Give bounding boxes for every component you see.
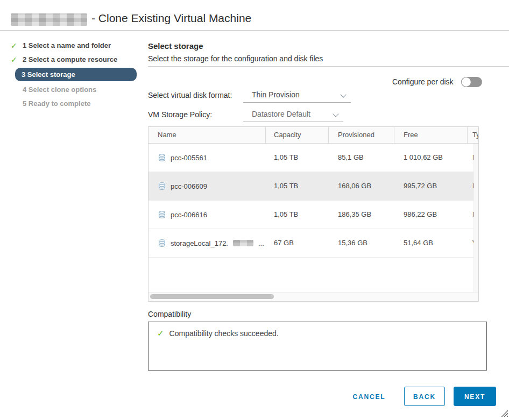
dialog-title: - Clone Existing Virtual Machine [91, 12, 251, 25]
storage-policy-value: Datastore Default [252, 110, 310, 118]
back-button[interactable]: BACK [404, 387, 445, 406]
horizontal-scrollbar-thumb[interactable] [150, 294, 274, 299]
column-header-name[interactable]: Name [149, 127, 266, 143]
table-cell: 1,05 TB [266, 144, 329, 172]
page-subtitle: Select the storage for the configuration… [148, 54, 323, 63]
table-cell: 67 GB [266, 229, 329, 257]
disk-format-label: Select virtual disk format: [148, 91, 232, 99]
table-cell: 1,05 TB [266, 201, 329, 229]
cancel-button[interactable]: CANCEL [349, 387, 390, 406]
table-cell: 1 010,62 GB [394, 144, 468, 172]
datastore-name-cell: storageLocal_172. ... [149, 229, 266, 257]
step-ready-to-complete[interactable]: 5 Ready to complete [0, 97, 143, 111]
datastore-name-cell: pcc-005561 [149, 144, 266, 172]
table-cell: 186,35 GB [329, 201, 394, 229]
column-header-type[interactable]: Type [468, 127, 479, 143]
chevron-down-icon [333, 111, 338, 117]
table-row[interactable]: pcc-0066091,05 TB168,06 GB995,72 GBNFS [149, 172, 478, 201]
storage-policy-label: VM Storage Policy: [148, 110, 212, 119]
vertical-scrollbar[interactable] [473, 144, 478, 293]
redacted-text [233, 240, 253, 246]
step-complete-check-icon [11, 53, 19, 67]
datastore-table-body: pcc-0055611,05 TB85,1 GB1 010,62 GBNFS p… [149, 144, 478, 293]
configure-per-disk-label: Configure per disk [392, 77, 454, 86]
datastore-name-cell: pcc-006616 [149, 201, 266, 229]
table-row[interactable]: pcc-0055611,05 TB85,1 GB1 010,62 GBNFS [149, 144, 478, 172]
divider [148, 66, 509, 67]
table-cell: 986,22 GB [394, 201, 468, 229]
redacted-vm-name [11, 13, 87, 26]
table-cell: 168,06 GB [329, 172, 394, 200]
step-select-compute-resource[interactable]: 2 Select a compute resource [0, 53, 143, 67]
toggle-knob [462, 77, 471, 87]
configure-per-disk-toggle[interactable] [461, 77, 482, 87]
table-cell: 85,1 GB [329, 144, 394, 172]
datastore-table: Name Capacity Provisioned Free Type pcc-… [148, 126, 479, 302]
table-cell: 1,05 TB [266, 172, 329, 200]
horizontal-scrollbar[interactable] [149, 292, 478, 301]
datastore-icon [158, 153, 166, 162]
page-title: Select storage [148, 41, 203, 51]
wizard-step-nav: 1 Select a name and folder 2 Select a co… [0, 39, 143, 111]
compatibility-label: Compatibility [148, 310, 191, 318]
table-cell: 51,64 GB [394, 229, 468, 257]
table-header: Name Capacity Provisioned Free Type [149, 127, 478, 144]
step-select-storage[interactable]: 3 Select storage [0, 68, 143, 81]
column-header-free[interactable]: Free [394, 127, 468, 143]
compatibility-panel: Compatibility checks succeeded. [148, 322, 487, 371]
clone-vm-wizard-dialog: - Clone Existing Virtual Machine 1 Selec… [0, 0, 509, 420]
step-select-name-folder[interactable]: 1 Select a name and folder [0, 39, 143, 53]
datastore-icon [158, 239, 166, 247]
disk-format-value: Thin Provision [252, 90, 300, 99]
datastore-name-cell: pcc-006609 [149, 172, 266, 200]
table-row[interactable]: pcc-0066161,05 TB186,35 GB986,22 GBNFS [149, 201, 478, 229]
compatibility-message: Compatibility checks succeeded. [169, 329, 279, 338]
step-complete-check-icon [11, 39, 19, 53]
datastore-icon [158, 210, 166, 219]
table-cell: 995,72 GB [394, 172, 468, 200]
dialog-titlebar: - Clone Existing Virtual Machine [0, 0, 509, 31]
datastore-icon [158, 182, 166, 190]
column-header-provisioned[interactable]: Provisioned [329, 127, 394, 143]
disk-format-select[interactable]: Thin Provision [243, 89, 351, 103]
storage-policy-select[interactable]: Datastore Default [243, 108, 343, 122]
success-check-icon [157, 329, 164, 338]
step-select-clone-options[interactable]: 4 Select clone options [0, 83, 143, 97]
next-button[interactable]: NEXT [454, 387, 496, 406]
resize-grip[interactable] [501, 410, 508, 417]
table-cell: 15,36 GB [329, 229, 394, 257]
table-row[interactable]: storageLocal_172. ...67 GB15,36 GB51,64 … [149, 229, 478, 258]
chevron-down-icon [340, 91, 346, 97]
column-header-capacity[interactable]: Capacity [266, 127, 329, 143]
